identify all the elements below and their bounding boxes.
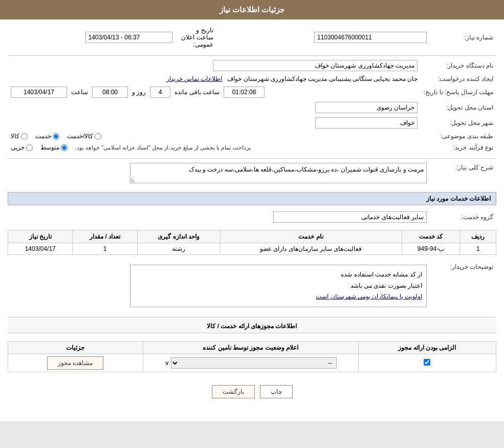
- buyer-notes-table: توضیحات خریدار: از کد مشابه خدمت استفاده…: [8, 260, 496, 312]
- category-kala-khadamat-text: کالا/خدمت: [67, 133, 93, 140]
- announce-label: تاریخ و ساعت اعلان عمومی:: [176, 25, 216, 50]
- need-desc-table: شرح کلی نیاز:: [8, 161, 496, 187]
- city-input[interactable]: [315, 117, 418, 129]
- page-wrapper: جزئیات اطلاعات نیاز شماره نیاز: تاریخ و …: [0, 0, 504, 421]
- permit-table-row: -- ∨ مشاهده مجوز: [8, 354, 496, 372]
- col-code: کد خدمت: [402, 230, 460, 243]
- purchase-type-note: پرداخت تمام یا بخشی از مبلغ خرید،از محل …: [75, 144, 251, 151]
- category-kala-khadamat-label[interactable]: کالا/خدمت: [67, 133, 101, 140]
- deadline-row: ساعت روز و ساعت باقی مانده: [8, 84, 421, 100]
- requester-text: جان محمد یحیایی ستگانی پشتیبانی مدیریت ج…: [227, 75, 418, 82]
- separator3: [8, 317, 496, 317]
- buyer-org-input[interactable]: [213, 60, 418, 71]
- announce-value: [8, 25, 176, 50]
- back-button[interactable]: بازگشت: [212, 385, 255, 398]
- purchase-type-jozi-radio[interactable]: [26, 144, 33, 151]
- buyer-note-line3: اولویت با پیمانکاران بومی شهرستان است: [135, 291, 422, 303]
- permits-table: الزامی بودن ارائه مجوز اعلام وضعیت مجوز …: [8, 341, 496, 372]
- need-desc-label: شرح کلی نیاز:: [430, 161, 496, 187]
- category-value: کالا خدمت کالا/خدمت: [8, 131, 421, 142]
- purchase-type-motavaset-text: متوسط: [40, 144, 59, 151]
- purchase-type-motavaset-radio[interactable]: [61, 144, 68, 151]
- deadline-remaining-input[interactable]: [224, 87, 265, 98]
- category-kala-khadamat-radio[interactable]: [95, 133, 101, 140]
- table-row: 1 ب-94-949 فعالیت‌های سایر سازمان‌های دا…: [8, 243, 496, 255]
- category-kala-text: کالا: [11, 133, 19, 140]
- col-row: ردیف: [460, 230, 496, 243]
- separator1: [8, 55, 496, 56]
- category-kala-radio[interactable]: [21, 133, 28, 140]
- need-number-label: شماره نیاز:: [430, 25, 496, 50]
- permit-required-cell: [358, 354, 496, 372]
- cell-name: فعالیت‌های سایر سازمان‌های دارای عضو: [220, 243, 402, 255]
- permit-status-cell: -- ∨: [143, 354, 358, 372]
- purchase-type-value: جزیی متوسط پرداخت تمام یا بخشی از مبلغ خ…: [8, 142, 421, 153]
- main-fields-table: نام دستگاه خریدار: ایجاد کننده درخواست: …: [8, 58, 496, 153]
- service-group-value: [8, 209, 430, 225]
- buyer-notes-label: توضیحات خریدار:: [430, 260, 496, 312]
- col-qty: تعداد / مقدار: [73, 230, 137, 243]
- separator2: [8, 158, 496, 159]
- category-khadamat-label[interactable]: خدمت: [35, 133, 59, 140]
- requester-value: جان محمد یحیایی ستگانی پشتیبانی مدیریت ج…: [8, 73, 421, 84]
- purchase-type-label: نوع فرآیند خرید:: [421, 142, 496, 153]
- col-permit-required: الزامی بودن ارائه مجوز: [358, 341, 496, 354]
- permits-section-title: اطلاعات مجوزهای ارائه خدمت / کالا: [8, 319, 496, 333]
- cell-unit: رشته: [137, 243, 220, 255]
- col-unit: واحد اندازه گیری: [137, 230, 220, 243]
- announce-date-input[interactable]: [85, 32, 172, 43]
- deadline-remaining-label: ساعت باقی مانده: [174, 89, 220, 96]
- purchase-type-motavaset-label[interactable]: متوسط: [40, 144, 68, 151]
- cell-row: 1: [460, 243, 496, 255]
- buyer-notes-box: از کد مشابه خدمت استفاده شده اعتبار بصور…: [130, 265, 427, 307]
- buyer-note-line1: از کد مشابه خدمت استفاده شده: [135, 269, 422, 281]
- city-label: شهر محل تحویل:: [421, 115, 496, 131]
- deadline-date-input[interactable]: [11, 87, 67, 98]
- service-group-table: گروه خدمت:: [8, 209, 496, 225]
- need-desc-textarea[interactable]: [130, 163, 427, 183]
- requester-label: ایجاد کننده درخواست:: [421, 73, 496, 84]
- top-info-table: شماره نیاز: تاریخ و ساعت اعلان عمومی:: [8, 25, 496, 50]
- services-table: ردیف کد خدمت نام خدمت واحد اندازه گیری ت…: [8, 230, 496, 255]
- requester-contact-link[interactable]: اطلاعات تماس خریدار: [166, 75, 223, 82]
- need-desc-value: [8, 161, 430, 187]
- cell-date: 1403/04/17: [8, 243, 73, 255]
- page-title: جزئیات اطلاعات نیاز: [0, 0, 504, 19]
- service-group-label: گروه خدمت:: [430, 209, 496, 225]
- buyer-notes-value: از کد مشابه خدمت استفاده شده اعتبار بصور…: [8, 260, 430, 312]
- cell-qty: 1: [73, 243, 137, 255]
- category-kala-label[interactable]: کالا: [11, 133, 28, 140]
- deadline-time-input[interactable]: [92, 87, 128, 98]
- category-label: طبقه بندی موضوعی:: [421, 131, 496, 142]
- purchase-type-jozi-text: جزیی: [11, 144, 25, 151]
- province-input[interactable]: [315, 102, 418, 113]
- col-date: تاریخ نیاز: [8, 230, 73, 243]
- city-value: [8, 115, 421, 131]
- print-button[interactable]: چاپ: [260, 385, 293, 398]
- service-group-input[interactable]: [273, 211, 427, 223]
- buyer-note-line2: اعتبار بصورت نقدی می باشد: [135, 281, 422, 292]
- province-value: [8, 100, 421, 115]
- permit-details-cell: مشاهده مجوز: [8, 354, 143, 372]
- deadline-label: مهلت ارسال پاسخ: تا تاریخ:: [421, 84, 496, 100]
- category-khadamat-radio[interactable]: [53, 133, 59, 140]
- need-number-value: [216, 25, 430, 50]
- col-permit-details: جزئیات: [8, 341, 143, 354]
- col-permit-status: اعلام وضعیت مجوز توسط نامین کننده: [143, 341, 358, 354]
- deadline-time-label: ساعت: [71, 89, 88, 96]
- col-name: نام خدمت: [220, 230, 402, 243]
- view-permit-button[interactable]: مشاهده مجوز: [47, 356, 103, 370]
- purchase-type-jozi-label[interactable]: جزیی: [11, 144, 33, 151]
- buyer-org-value: [8, 58, 421, 73]
- permit-status-arrow: ∨: [165, 359, 169, 367]
- deadline-days-label: روز و: [132, 89, 146, 96]
- permit-required-checkbox[interactable]: [424, 359, 430, 366]
- deadline-days-input[interactable]: [150, 87, 170, 98]
- permit-status-select[interactable]: --: [171, 357, 337, 369]
- main-content: شماره نیاز: تاریخ و ساعت اعلان عمومی: نا…: [0, 19, 504, 411]
- buttons-row: چاپ بازگشت: [8, 377, 496, 406]
- province-label: استان محل تحویل:: [421, 100, 496, 115]
- services-section-title: اطلاعات خدمات مورد نیاز: [8, 192, 496, 205]
- need-number-input[interactable]: [314, 32, 427, 43]
- buyer-org-label: نام دستگاه خریدار:: [421, 58, 496, 73]
